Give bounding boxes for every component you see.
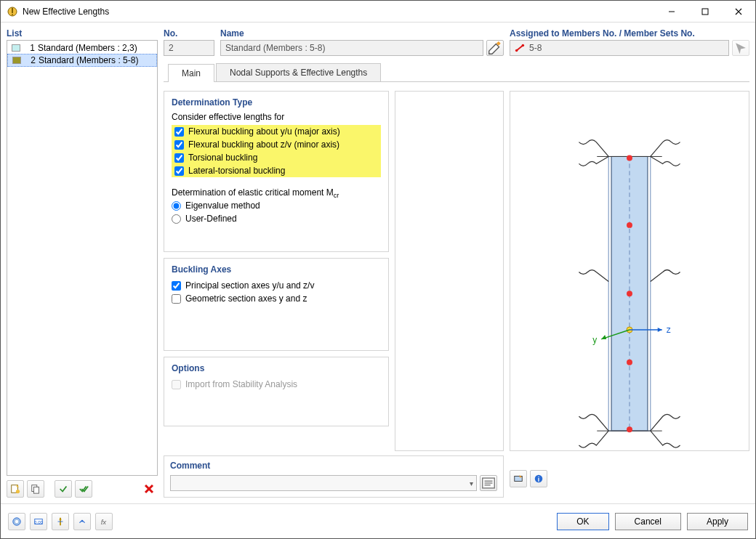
preview-drawing: z y bbox=[510, 92, 749, 493]
svg-text:y: y bbox=[592, 335, 597, 345]
determination-panel: Determination Type Consider effective le… bbox=[164, 91, 389, 252]
pick-members-button[interactable] bbox=[732, 40, 749, 56]
comment-input[interactable] bbox=[170, 475, 477, 491]
edit-name-button[interactable] bbox=[486, 40, 504, 56]
list-toolbar bbox=[7, 480, 158, 498]
bottom-bar: 0,00 fx OK Cancel Apply bbox=[1, 503, 755, 538]
tool-button-3[interactable] bbox=[52, 513, 69, 530]
member-icon bbox=[515, 43, 525, 53]
chk-flexural-major-label: Flexural buckling about y/u (major axis) bbox=[188, 126, 340, 137]
check-button-1[interactable] bbox=[55, 480, 72, 498]
name-input[interactable]: Standard (Members : 5-8) bbox=[220, 40, 483, 56]
svg-text:0,00: 0,00 bbox=[34, 519, 43, 524]
middle-empty-panel bbox=[395, 91, 504, 451]
svg-marker-50 bbox=[59, 517, 62, 519]
list-item[interactable]: 2 Standard (Members : 5-8) bbox=[7, 54, 157, 67]
determination-title: Determination Type bbox=[172, 97, 381, 108]
chk-torsional-label: Torsional buckling bbox=[188, 153, 257, 163]
app-icon bbox=[7, 6, 18, 17]
list-box[interactable]: 1 Standard (Members : 2,3) 2 Standard (M… bbox=[7, 40, 158, 476]
list-header: List bbox=[7, 28, 158, 38]
chk-principal-axes[interactable]: Principal section axes y/u and z/v bbox=[172, 279, 381, 292]
name-value: Standard (Members : 5-8) bbox=[225, 43, 325, 53]
chk-flexural-minor-label: Flexural buckling about z/v (minor axis) bbox=[188, 139, 339, 150]
svg-marker-35 bbox=[601, 335, 606, 339]
comment-browse-button[interactable] bbox=[480, 475, 497, 491]
svg-point-9 bbox=[16, 490, 20, 493]
preview-panel: z y bbox=[510, 91, 749, 451]
consider-label: Consider effective lengths for bbox=[172, 112, 381, 122]
svg-point-27 bbox=[627, 291, 632, 296]
no-input[interactable]: 2 bbox=[164, 40, 214, 56]
assigned-label: Assigned to Members No. / Member Sets No… bbox=[510, 28, 749, 38]
options-title: Options bbox=[172, 363, 381, 373]
svg-point-46 bbox=[15, 519, 18, 522]
name-label: Name bbox=[220, 28, 504, 38]
tool-button-5[interactable]: fx bbox=[95, 513, 113, 530]
svg-point-28 bbox=[627, 360, 632, 365]
list-item-num: 1 bbox=[25, 43, 35, 53]
no-value: 2 bbox=[169, 43, 174, 53]
chk-geometric-axes-label: Geometric section axes y and z bbox=[185, 293, 307, 304]
chk-lateral-torsional[interactable]: Lateral-torsional buckling bbox=[172, 164, 381, 177]
svg-rect-1 bbox=[12, 8, 13, 13]
chk-flexural-major[interactable]: Flexural buckling about y/u (major axis) bbox=[172, 125, 381, 138]
tab-strip: Main Nodal Supports & Effective Lengths bbox=[164, 63, 749, 81]
chk-geometric-axes[interactable]: Geometric section axes y and z bbox=[172, 292, 381, 305]
tab-nodal-supports[interactable]: Nodal Supports & Effective Lengths bbox=[216, 63, 381, 81]
list-item-num: 2 bbox=[25, 55, 36, 65]
maximize-button[interactable] bbox=[688, 1, 722, 23]
svg-rect-4 bbox=[702, 9, 708, 15]
chevron-down-icon bbox=[470, 478, 473, 488]
list-item-label: Standard (Members : 5-8) bbox=[39, 55, 138, 65]
titlebar: New Effective Lengths bbox=[1, 1, 755, 23]
chk-principal-axes-label: Principal section axes y/u and z/v bbox=[185, 280, 314, 291]
help-button[interactable] bbox=[8, 513, 25, 530]
svg-point-2 bbox=[12, 14, 13, 15]
window-title: New Effective Lengths bbox=[23, 7, 655, 17]
list-item-swatch bbox=[12, 57, 21, 64]
svg-point-17 bbox=[522, 44, 525, 47]
radio-userdefined-label: User-Defined bbox=[185, 214, 237, 224]
buckling-axes-panel: Buckling Axes Principal section axes y/u… bbox=[164, 258, 389, 351]
apply-button[interactable]: Apply bbox=[687, 513, 748, 530]
chk-lateral-torsional-label: Lateral-torsional buckling bbox=[188, 166, 285, 176]
svg-point-16 bbox=[515, 49, 518, 52]
chk-flexural-minor[interactable]: Flexural buckling about z/v (minor axis) bbox=[172, 138, 381, 151]
check-button-2[interactable] bbox=[75, 480, 92, 498]
chk-import-stability: Import from Stability Analysis bbox=[172, 378, 381, 391]
cancel-button[interactable]: Cancel bbox=[615, 513, 681, 530]
buckling-axes-title: Buckling Axes bbox=[172, 264, 381, 275]
list-item[interactable]: 1 Standard (Members : 2,3) bbox=[7, 42, 157, 54]
tool-button-4[interactable] bbox=[73, 513, 91, 530]
svg-text:z: z bbox=[667, 325, 671, 335]
copy-item-button[interactable] bbox=[27, 480, 44, 498]
tab-main[interactable]: Main bbox=[168, 64, 214, 82]
svg-point-29 bbox=[627, 426, 632, 432]
svg-point-25 bbox=[627, 155, 632, 161]
radio-userdefined[interactable]: User-Defined bbox=[172, 212, 381, 225]
no-label: No. bbox=[164, 28, 214, 38]
ok-button[interactable]: OK bbox=[557, 513, 608, 530]
radio-eigenvalue[interactable]: Eigenvalue method bbox=[172, 199, 381, 212]
svg-point-26 bbox=[627, 222, 632, 228]
comment-title: Comment bbox=[170, 461, 497, 471]
close-button[interactable] bbox=[722, 1, 755, 23]
svg-marker-32 bbox=[658, 328, 662, 332]
chk-import-stability-label: Import from Stability Analysis bbox=[185, 379, 297, 389]
list-item-label: Standard (Members : 2,3) bbox=[38, 43, 137, 53]
svg-point-52 bbox=[81, 519, 84, 522]
minimize-button[interactable] bbox=[655, 1, 688, 23]
units-button[interactable]: 0,00 bbox=[30, 513, 47, 530]
new-item-button[interactable] bbox=[7, 480, 24, 498]
svg-text:fx: fx bbox=[101, 517, 108, 525]
radio-eigenvalue-label: Eigenvalue method bbox=[185, 200, 260, 211]
list-item-swatch bbox=[12, 44, 20, 52]
svg-rect-11 bbox=[33, 487, 39, 493]
options-panel: Options Import from Stability Analysis bbox=[164, 357, 389, 426]
assigned-input[interactable]: 5-8 bbox=[510, 40, 729, 56]
assigned-value: 5-8 bbox=[529, 43, 542, 53]
mcr-label: Determination of elastic critical moment… bbox=[172, 187, 381, 199]
delete-button[interactable] bbox=[140, 480, 158, 498]
chk-torsional[interactable]: Torsional buckling bbox=[172, 151, 381, 164]
